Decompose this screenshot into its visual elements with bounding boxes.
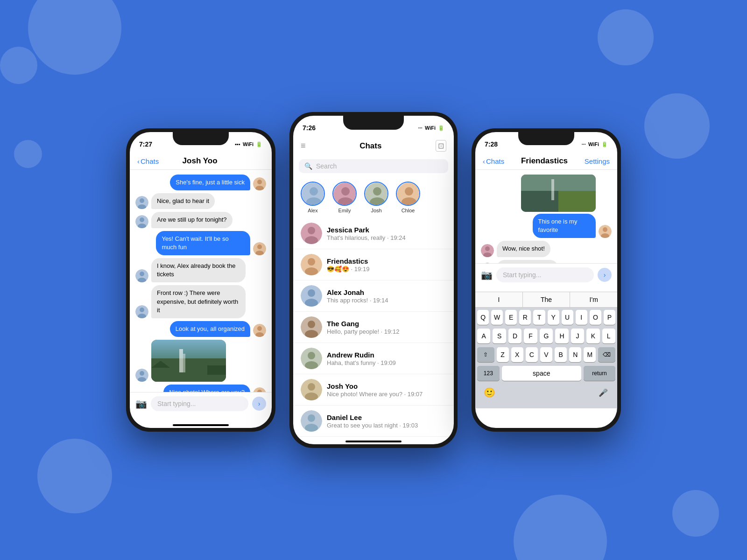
suggestion-the[interactable]: The <box>523 292 571 307</box>
delete-key[interactable]: ⌫ <box>598 347 615 362</box>
key-s[interactable]: S <box>493 329 506 343</box>
signal-icon: ▪▪▪ <box>235 141 240 147</box>
msg-row: Look at you, all organized <box>135 321 266 337</box>
svg-point-72 <box>603 227 607 232</box>
story-chloe[interactable]: Chloe <box>396 182 420 213</box>
send-button-right[interactable]: › <box>598 268 612 282</box>
search-bar[interactable]: 🔍 Search <box>299 159 448 173</box>
suggestion-i[interactable]: I <box>475 292 523 307</box>
bubble: You're good at this <box>497 260 558 263</box>
key-b[interactable]: B <box>555 347 567 362</box>
chat-item-friendastics[interactable]: Friendastics 😎🥰😍 · 19:19 <box>293 249 454 280</box>
svg-point-7 <box>140 217 144 222</box>
chat-name: Jessica Park <box>327 226 446 234</box>
camera-icon-right[interactable]: 📷 <box>481 269 493 280</box>
svg-point-19 <box>257 326 262 331</box>
back-button-left[interactable]: ‹ Chats <box>137 157 159 165</box>
bg-circle-1 <box>28 0 121 75</box>
key-z[interactable]: Z <box>497 347 509 362</box>
chat-item-alex[interactable]: Alex Jonah This app rocks! · 19:14 <box>293 280 454 312</box>
send-button-left[interactable]: › <box>252 397 266 411</box>
msg-row: Are we still up for tonight? <box>135 212 266 228</box>
key-row-1: Q W E R T Y U I O P <box>475 308 617 326</box>
numbers-key[interactable]: 123 <box>477 366 500 381</box>
key-p[interactable]: P <box>604 310 615 325</box>
back-label-left: Chats <box>141 157 159 165</box>
key-x[interactable]: X <box>511 347 523 362</box>
msg-row: This one is my favorite <box>524 214 612 238</box>
settings-button[interactable]: Settings <box>585 157 610 165</box>
key-a[interactable]: A <box>477 329 490 343</box>
key-t[interactable]: T <box>533 310 545 325</box>
compose-icon[interactable]: ⊡ <box>436 140 446 152</box>
key-f[interactable]: F <box>524 329 537 343</box>
key-m[interactable]: M <box>584 347 596 362</box>
story-name-alex: Alex <box>308 208 317 213</box>
key-q[interactable]: Q <box>477 310 489 325</box>
shift-key[interactable]: ⇧ <box>477 347 494 362</box>
story-emily[interactable]: Emily <box>332 182 357 213</box>
key-w[interactable]: W <box>491 310 503 325</box>
story-alex[interactable]: Alex <box>301 182 325 213</box>
camera-icon[interactable]: 📷 <box>135 398 147 409</box>
space-key[interactable]: space <box>502 366 581 381</box>
menu-icon[interactable]: ≡ <box>301 141 306 151</box>
chat-item-gang[interactable]: The Gang Hello, party people! · 19:12 <box>293 312 454 343</box>
chat-list: Jessica Park That's hilarious, really · … <box>293 218 454 437</box>
chat-name: Daniel Lee <box>327 413 446 421</box>
status-icons-right: ··· WiFi 🔋 <box>582 141 608 147</box>
nav-title-middle: Chats <box>359 141 381 151</box>
key-e[interactable]: E <box>505 310 517 325</box>
chat-preview: 😎🥰😍 · 19:19 <box>327 266 446 273</box>
key-y[interactable]: Y <box>548 310 559 325</box>
svg-marker-29 <box>207 365 226 375</box>
svg-point-64 <box>308 414 315 422</box>
suggestion-im[interactable]: I'm <box>570 292 617 307</box>
key-h[interactable]: H <box>555 329 568 343</box>
avatar <box>253 242 266 255</box>
key-g[interactable]: G <box>540 329 553 343</box>
key-k[interactable]: K <box>586 329 599 343</box>
avatar <box>135 215 148 228</box>
key-u[interactable]: U <box>562 310 573 325</box>
key-c[interactable]: C <box>526 347 538 362</box>
bubble: Are we still up for tonight? <box>151 212 233 228</box>
bg-circle-6 <box>514 495 607 560</box>
story-name-chloe: Chloe <box>402 208 415 213</box>
svg-point-1 <box>257 180 262 184</box>
key-n[interactable]: N <box>569 347 581 362</box>
message-input-right[interactable]: Start typing... <box>496 267 594 282</box>
phone-middle-notch <box>343 116 404 130</box>
msg-row: Front row :) There were expensive, but d… <box>135 285 266 318</box>
key-o[interactable]: O <box>590 310 601 325</box>
battery-icon-right: 🔋 <box>601 141 608 147</box>
messages-area-right: This one is my favorite Wow, nice shot! <box>475 170 617 263</box>
key-d[interactable]: D <box>508 329 521 343</box>
key-j[interactable]: J <box>571 329 584 343</box>
emoji-key[interactable]: 🙂 <box>481 384 498 401</box>
nav-bar-right: ‹ Chats Friendastics Settings <box>475 153 617 170</box>
keyboard-bottom-row: 🙂 🎤 <box>475 382 617 408</box>
story-josh[interactable]: Josh <box>364 182 388 213</box>
chat-item-daniel[interactable]: Daniel Lee Great to see you last night ·… <box>293 406 454 437</box>
nav-title-right: Friendastics <box>521 156 568 166</box>
mic-key[interactable]: 🎤 <box>595 384 612 401</box>
svg-rect-67 <box>521 175 596 191</box>
chat-item-andrew[interactable]: Andrew Rudin Haha, that's funny · 19:09 <box>293 343 454 374</box>
stories-row: Alex Emily Josh <box>293 177 454 218</box>
suggestions-row: I The I'm <box>475 292 617 308</box>
bg-circle-2 <box>598 9 654 65</box>
message-input-left[interactable]: Start typing... <box>151 396 248 411</box>
key-l[interactable]: L <box>602 329 615 343</box>
chat-item-jessica[interactable]: Jessica Park That's hilarious, really · … <box>293 218 454 249</box>
bubble: Nice photo! Where are you? <box>163 385 250 392</box>
chat-item-josh[interactable]: Josh Yoo Nice photo! Where are you? · 19… <box>293 374 454 406</box>
key-v[interactable]: V <box>540 347 552 362</box>
key-r[interactable]: R <box>519 310 531 325</box>
svg-point-37 <box>341 187 350 196</box>
key-i[interactable]: I <box>576 310 587 325</box>
return-key[interactable]: return <box>584 366 615 381</box>
bg-circle-3 <box>0 47 37 84</box>
svg-rect-27 <box>183 354 185 372</box>
back-button-right[interactable]: ‹ Chats <box>483 157 504 165</box>
